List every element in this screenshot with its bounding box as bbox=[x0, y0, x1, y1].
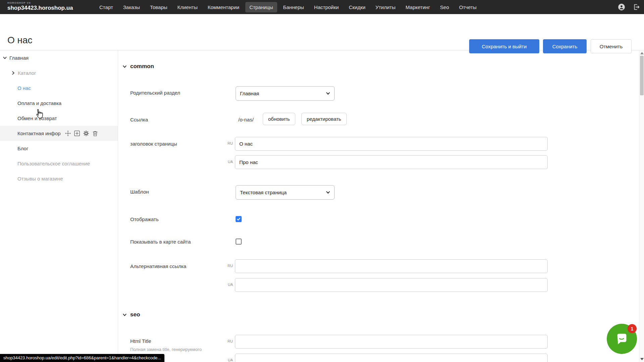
menu-item-pages[interactable]: Страницы bbox=[245, 2, 277, 12]
topbar-icons bbox=[618, 0, 640, 14]
select-value: Главная bbox=[240, 91, 259, 96]
tree-item-label: О нас bbox=[17, 85, 31, 91]
chat-unread-badge[interactable]: 1 bbox=[628, 324, 637, 333]
menu-item-seo[interactable]: Seo bbox=[436, 2, 453, 12]
save-button[interactable]: Сохранить bbox=[543, 39, 587, 53]
page-title-ua-input[interactable] bbox=[235, 155, 548, 169]
section-seo-toggle[interactable]: seo bbox=[122, 311, 140, 318]
tree-item-blog[interactable]: Блог bbox=[0, 141, 118, 156]
menu-item-marketing[interactable]: Маркетинг bbox=[401, 2, 434, 12]
tree-item-label: Отзывы о магазине bbox=[17, 176, 63, 182]
menu-item-reports[interactable]: Отчеты bbox=[455, 2, 481, 12]
lang-badge-ru: RU bbox=[224, 339, 233, 343]
tree-item-otzyvy-o-magazine[interactable]: Отзывы о магазине bbox=[0, 171, 118, 186]
menu-item-banners[interactable]: Баннеры bbox=[279, 2, 308, 12]
page-title: О нас bbox=[7, 35, 33, 46]
scroll-up-arrow-icon[interactable] bbox=[640, 52, 644, 54]
page-title-ru-input[interactable] bbox=[235, 137, 548, 151]
display-label: Отображать bbox=[130, 216, 159, 222]
page-header: О нас Сохранить и выйти Сохранить Отмени… bbox=[0, 14, 644, 50]
menu-item-products[interactable]: Товары bbox=[146, 2, 171, 12]
pages-tree-sidebar: Главная Каталог О нас Оплата и доставка … bbox=[0, 50, 118, 362]
tree-item-label: Контактная инфор bbox=[17, 131, 61, 136]
menu-item-utilities[interactable]: Утилиты bbox=[371, 2, 400, 12]
add-icon[interactable] bbox=[74, 130, 80, 137]
lang-badge-ru: RU bbox=[224, 141, 233, 145]
save-and-exit-button[interactable]: Сохранить и выйти bbox=[469, 39, 539, 53]
tree-item-label: Пользовательское соглашение bbox=[17, 161, 90, 166]
menu-item-clients[interactable]: Клиенты bbox=[174, 2, 202, 12]
html-title-ua-input[interactable] bbox=[235, 354, 548, 362]
parent-section-select[interactable]: Главная bbox=[236, 86, 335, 101]
lang-badge-ua: UA bbox=[224, 160, 233, 164]
topbar: HOROSHOP V4 shop34423.horoshop.ua Старт … bbox=[0, 0, 644, 14]
tree-item-label: Блог bbox=[17, 146, 28, 151]
lang-badge-ru: RU bbox=[224, 264, 233, 268]
brand-domain: shop34423.horoshop.ua bbox=[7, 5, 73, 11]
tree-item-label: Главная bbox=[9, 55, 29, 61]
chevron-down-icon bbox=[326, 190, 330, 195]
user-avatar-icon[interactable] bbox=[618, 3, 625, 11]
settings-icon[interactable] bbox=[83, 130, 89, 137]
tree-item-o-nas[interactable]: О нас bbox=[0, 81, 118, 96]
template-label: Шаблон bbox=[130, 189, 149, 195]
brand[interactable]: HOROSHOP V4 shop34423.horoshop.ua bbox=[7, 1, 73, 11]
section-title: common bbox=[130, 63, 154, 70]
tree-item-label: Оплата и доставка bbox=[17, 100, 61, 106]
check-icon bbox=[237, 217, 241, 221]
chevron-down-icon[interactable] bbox=[3, 56, 7, 60]
section-common-toggle[interactable]: common bbox=[122, 63, 154, 70]
logout-icon[interactable] bbox=[633, 3, 640, 11]
alt-link-label: Альтернативная ссылка bbox=[130, 263, 186, 269]
section-title: seo bbox=[130, 311, 140, 318]
delete-icon[interactable] bbox=[92, 130, 98, 137]
html-title-ru-input[interactable] bbox=[235, 335, 548, 349]
tree-item-katalog[interactable]: Каталог bbox=[0, 65, 118, 81]
display-checkbox[interactable] bbox=[236, 216, 242, 222]
main-menu: Старт Заказы Товары Клиенты Комментарии … bbox=[95, 0, 481, 14]
alt-link-ru-input[interactable] bbox=[235, 259, 548, 273]
link-path-value: /o-nas/ bbox=[238, 117, 254, 122]
menu-item-comments[interactable]: Комментарии bbox=[204, 2, 243, 12]
sitemap-checkbox[interactable] bbox=[236, 239, 242, 245]
lang-badge-ua: UA bbox=[224, 282, 233, 287]
chevron-down-icon bbox=[122, 64, 127, 69]
tree-item-label: Каталог bbox=[18, 70, 36, 76]
sitemap-label: Показывать в карте сайта bbox=[130, 239, 191, 245]
link-refresh-button[interactable]: обновить bbox=[263, 113, 295, 125]
alt-link-ua-input[interactable] bbox=[235, 278, 548, 292]
link-label: Ссылка bbox=[130, 117, 148, 122]
html-title-hint: Полная замена title, генерируемого bbox=[130, 347, 202, 352]
tree-item-obmen-i-vozvrat[interactable]: Обмен и возврат bbox=[0, 111, 118, 126]
status-url-tooltip: shop34423.horoshop.ua/edit/edit.php?id=6… bbox=[0, 354, 164, 362]
chevron-down-icon bbox=[122, 313, 127, 317]
menu-item-discounts[interactable]: Скидки bbox=[345, 2, 369, 12]
page-title-label: заголовок страницы bbox=[130, 141, 177, 147]
chevron-down-icon bbox=[326, 91, 330, 96]
tree-item-kontaktnaya-informaciya[interactable]: Контактная инфор bbox=[0, 126, 118, 141]
brand-version: HOROSHOP V4 bbox=[7, 1, 73, 4]
scrollbar-thumb[interactable] bbox=[640, 56, 644, 95]
page-edit-form: common Родительский раздел Главная Ссылк… bbox=[118, 50, 639, 362]
tree-item-label: Обмен и возврат bbox=[17, 115, 57, 121]
menu-item-start[interactable]: Старт bbox=[95, 2, 117, 12]
parent-section-label: Родительский раздел bbox=[130, 90, 180, 96]
tree-item-oplata-i-dostavka[interactable]: Оплата и доставка bbox=[0, 96, 118, 111]
template-select[interactable]: Текстовая страница bbox=[236, 185, 335, 200]
cancel-button[interactable]: Отменить bbox=[591, 39, 632, 53]
vertical-scrollbar[interactable] bbox=[639, 50, 644, 362]
tree-item-glavnaya[interactable]: Главная bbox=[0, 50, 118, 65]
chat-bubble-icon bbox=[614, 331, 630, 347]
scroll-down-arrow-icon[interactable] bbox=[640, 358, 644, 360]
lang-badge-ua: UA bbox=[224, 358, 233, 362]
select-value: Текстовая страница bbox=[240, 190, 287, 195]
menu-item-orders[interactable]: Заказы bbox=[119, 2, 144, 12]
menu-item-settings[interactable]: Настройки bbox=[310, 2, 343, 12]
chevron-right-icon[interactable] bbox=[11, 71, 15, 75]
tree-row-actions bbox=[65, 130, 98, 137]
move-icon[interactable] bbox=[65, 130, 71, 137]
link-edit-button[interactable]: редактировать bbox=[301, 113, 347, 125]
html-title-label: Html Title bbox=[130, 338, 151, 344]
tree-item-polzovatelskoe-soglashenie[interactable]: Пользовательское соглашение bbox=[0, 156, 118, 171]
